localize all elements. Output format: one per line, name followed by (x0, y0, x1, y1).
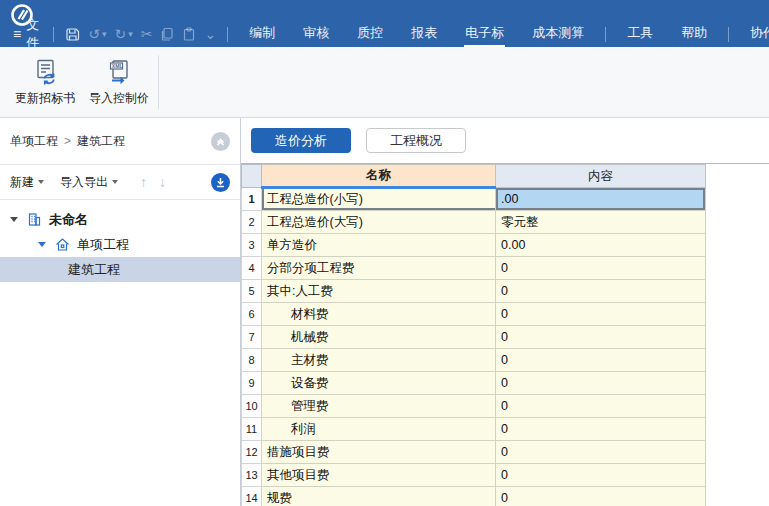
menu-reports[interactable]: 报表 (397, 20, 451, 48)
table-row: 6材料费0 (242, 303, 706, 326)
file-menu-label: 文件 (26, 16, 39, 52)
paste-icon[interactable] (182, 27, 196, 41)
table-row: 1工程总造价(小写).00 (242, 188, 706, 211)
menu-quality-control[interactable]: 质控 (343, 20, 397, 48)
table-header-row: 名称 内容 (242, 165, 706, 188)
menu-review[interactable]: 审核 (289, 20, 343, 48)
column-header-content[interactable]: 内容 (496, 165, 706, 188)
row-index-cell[interactable]: 10 (242, 395, 262, 418)
expand-locate-button[interactable] (211, 173, 230, 192)
copy-icon[interactable] (160, 27, 174, 41)
row-index-cell[interactable]: 7 (242, 326, 262, 349)
value-cell[interactable]: 0 (496, 257, 706, 280)
expander-icon[interactable] (38, 242, 46, 247)
ribbon-toolbar: 更新招标书 XML 导入控制价 (0, 47, 769, 118)
chevron-down-icon (112, 180, 118, 184)
value-cell[interactable]: 0 (496, 326, 706, 349)
tree-item-building-project[interactable]: 建筑工程 (0, 257, 240, 282)
move-up-icon[interactable]: ↑ (140, 174, 147, 190)
tree-item-single-project[interactable]: 单项工程 (0, 232, 240, 257)
save-icon[interactable] (65, 27, 80, 42)
menu-cost-estimate[interactable]: 成本测算 (518, 20, 598, 48)
name-cell[interactable]: 设备费 (262, 372, 496, 395)
name-cell[interactable]: 其他项目费 (262, 464, 496, 487)
new-button-label: 新建 (10, 174, 34, 191)
collapse-panel-button[interactable] (211, 132, 230, 151)
update-bid-button[interactable]: 更新招标书 (8, 52, 82, 112)
value-cell[interactable]: 零元整 (496, 211, 706, 234)
value-cell[interactable]: 0 (496, 395, 706, 418)
value-cell[interactable]: 0.00 (496, 234, 706, 257)
building-icon (27, 212, 43, 228)
toolbar-divider (227, 27, 228, 42)
row-index-cell[interactable]: 14 (242, 487, 262, 506)
value-cell[interactable]: 0 (496, 372, 706, 395)
import-export-button[interactable]: 导入导出 (60, 174, 118, 191)
row-index-cell[interactable]: 1 (242, 188, 262, 211)
import-control-price-button[interactable]: XML 导入控制价 (82, 52, 156, 112)
table-row: 8主材费0 (242, 349, 706, 372)
row-index-cell[interactable]: 9 (242, 372, 262, 395)
name-cell[interactable]: 工程总造价(小写) (262, 188, 496, 211)
hamburger-icon: ≡ (13, 27, 21, 41)
tab-project-overview[interactable]: 工程概况 (366, 128, 466, 153)
value-cell[interactable]: 0 (496, 487, 706, 506)
name-cell[interactable]: 工程总造价(大写) (262, 211, 496, 234)
name-cell[interactable]: 分部分项工程费 (262, 257, 496, 280)
breadcrumb-item-single-project[interactable]: 单项工程 (10, 133, 58, 150)
table-row: 2工程总造价(大写)零元整 (242, 211, 706, 234)
row-index-cell[interactable]: 13 (242, 464, 262, 487)
expander-icon[interactable] (10, 217, 18, 222)
new-button[interactable]: 新建 (10, 174, 44, 191)
value-cell[interactable]: 0 (496, 349, 706, 372)
value-cell[interactable]: 0 (496, 441, 706, 464)
name-cell[interactable]: 机械费 (262, 326, 496, 349)
name-cell[interactable]: 利润 (262, 418, 496, 441)
table-row: 5其中:人工费0 (242, 280, 706, 303)
row-index-cell[interactable]: 8 (242, 349, 262, 372)
name-cell[interactable]: 管理费 (262, 395, 496, 418)
row-index-cell[interactable]: 2 (242, 211, 262, 234)
value-cell[interactable]: 0 (496, 464, 706, 487)
name-cell[interactable]: 材料费 (262, 303, 496, 326)
import-control-price-label: 导入控制价 (89, 90, 149, 107)
breadcrumb-item-building-project[interactable]: 建筑工程 (77, 133, 125, 150)
menu-help[interactable]: 帮助 (667, 20, 721, 48)
name-cell[interactable]: 单方造价 (262, 234, 496, 257)
name-cell[interactable]: 规费 (262, 487, 496, 506)
name-cell[interactable]: 主材费 (262, 349, 496, 372)
menu-compile[interactable]: 编制 (235, 20, 289, 48)
name-cell[interactable]: 其中:人工费 (262, 280, 496, 303)
value-cell[interactable]: .00 (496, 188, 706, 211)
menu-collaborate[interactable]: 协作 (736, 20, 769, 48)
undo-icon[interactable]: ↺▾ (88, 27, 106, 41)
file-menu-button[interactable]: ≡ 文件 (6, 16, 46, 52)
menu-tools[interactable]: 工具 (613, 20, 667, 48)
cut-icon[interactable]: ✂ (141, 27, 153, 41)
value-cell[interactable]: 0 (496, 280, 706, 303)
value-cell[interactable]: 0 (496, 418, 706, 441)
redo-caret-icon: ▾ (128, 30, 133, 39)
row-index-cell[interactable]: 4 (242, 257, 262, 280)
column-header-name[interactable]: 名称 (262, 165, 496, 188)
value-cell[interactable]: 0 (496, 303, 706, 326)
topbar-menus: 编制审核质控报表电子标成本测算工具帮助协作 (235, 22, 769, 46)
cost-analysis-table: 名称 内容 1工程总造价(小写).002工程总造价(大写)零元整3单方造价0.0… (241, 164, 706, 506)
row-index-cell[interactable]: 11 (242, 418, 262, 441)
menu-e-bid[interactable]: 电子标 (451, 20, 518, 48)
table-row: 13其他项目费0 (242, 464, 706, 487)
tree-item-project-root[interactable]: 未命名 (0, 207, 240, 232)
name-cell[interactable]: 措施项目费 (262, 441, 496, 464)
row-index-cell[interactable]: 5 (242, 280, 262, 303)
breadcrumb: 单项工程 > 建筑工程 (0, 118, 240, 165)
refresh-doc-icon (32, 58, 59, 85)
tab-cost-analysis[interactable]: 造价分析 (251, 128, 351, 153)
paste-dropdown-icon[interactable]: ⌄ (204, 27, 216, 41)
move-down-icon[interactable]: ↓ (159, 174, 166, 190)
toolbar-divider (53, 27, 54, 42)
row-index-cell[interactable]: 12 (242, 441, 262, 464)
row-index-cell[interactable]: 3 (242, 234, 262, 257)
redo-icon[interactable]: ↻▾ (114, 27, 132, 41)
table-row: 3单方造价0.00 (242, 234, 706, 257)
row-index-cell[interactable]: 6 (242, 303, 262, 326)
